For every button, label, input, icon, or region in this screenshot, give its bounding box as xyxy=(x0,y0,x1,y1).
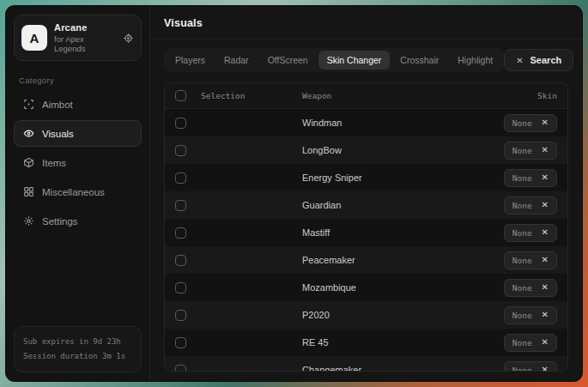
column-header-skin: Skin xyxy=(454,91,557,100)
package-icon xyxy=(22,157,34,168)
clear-skin-icon[interactable]: ✕ xyxy=(542,338,549,347)
row-checkbox[interactable] xyxy=(175,145,186,156)
row-checkbox[interactable] xyxy=(175,282,186,293)
sidebar: A Arcane for Apex Legends Category xyxy=(6,6,150,381)
tab-bar: Players Radar OffScreen Skin Changer Cro… xyxy=(164,48,504,72)
table-row: LongBow None ✕ xyxy=(165,136,567,164)
tab-offscreen[interactable]: OffScreen xyxy=(259,51,317,70)
sidebar-item-settings[interactable]: Settings xyxy=(14,208,142,234)
table-row: Guardian None ✕ xyxy=(165,191,567,219)
row-checkbox[interactable] xyxy=(175,337,186,348)
weapon-name: Mozambique xyxy=(302,282,454,293)
session-duration-text: Session duration 3m 1s xyxy=(23,349,132,364)
grid-icon xyxy=(22,186,34,197)
skin-value: None xyxy=(512,366,532,372)
sidebar-nav: Aimbot Visuals Items xyxy=(14,91,142,234)
clear-skin-icon[interactable]: ✕ xyxy=(542,146,549,154)
skin-value: None xyxy=(512,118,532,128)
clear-skin-icon[interactable]: ✕ xyxy=(542,118,549,127)
skin-value: None xyxy=(512,201,532,210)
skin-selector[interactable]: None ✕ xyxy=(504,334,557,352)
row-checkbox[interactable] xyxy=(175,227,186,239)
search-icon: ✕ xyxy=(516,56,523,65)
table-row: Peacemaker None ✕ xyxy=(165,246,567,274)
tab-skin-changer[interactable]: Skin Changer xyxy=(318,51,391,70)
app-subtitle: for Apex Legends xyxy=(54,34,116,53)
category-label: Category xyxy=(19,76,136,85)
tab-highlight[interactable]: Highlight xyxy=(449,51,501,70)
app-title: Arcane xyxy=(54,22,116,33)
app-logo-card: A Arcane for Apex Legends xyxy=(14,15,142,61)
sidebar-item-label: Visuals xyxy=(42,129,74,139)
clear-skin-icon[interactable]: ✕ xyxy=(542,366,549,372)
skin-selector[interactable]: None ✕ xyxy=(504,169,557,187)
table-row: Mozambique None ✕ xyxy=(165,274,567,301)
skin-selector[interactable]: None ✕ xyxy=(504,279,557,297)
sidebar-item-miscellaneous[interactable]: Miscellaneous xyxy=(14,178,142,205)
clear-skin-icon[interactable]: ✕ xyxy=(542,311,549,319)
select-all-checkbox[interactable] xyxy=(175,90,186,101)
eye-icon xyxy=(22,128,34,139)
sidebar-item-visuals[interactable]: Visuals xyxy=(14,120,142,147)
search-button-label: Search xyxy=(530,55,562,65)
weapon-name: Energy Sniper xyxy=(302,172,454,183)
table-row: Changemaker None ✕ xyxy=(165,356,567,372)
row-checkbox[interactable] xyxy=(175,172,186,184)
sidebar-item-label: Miscellaneous xyxy=(42,187,105,197)
column-header-selection: Selection xyxy=(201,91,302,100)
row-checkbox[interactable] xyxy=(175,118,186,129)
weapon-name: Mastiff xyxy=(302,227,454,238)
table-row: Windman None ✕ xyxy=(165,109,567,136)
clear-skin-icon[interactable]: ✕ xyxy=(542,256,549,264)
skin-value: None xyxy=(512,173,532,183)
column-header-weapon: Weapon xyxy=(302,91,454,100)
row-checkbox[interactable] xyxy=(175,365,186,372)
skin-selector[interactable]: None ✕ xyxy=(504,251,557,269)
skin-selector[interactable]: None ✕ xyxy=(504,142,557,160)
weapon-name: Windman xyxy=(302,118,454,128)
tab-players[interactable]: Players xyxy=(167,51,214,70)
skin-value: None xyxy=(512,228,532,238)
sub-expiry-text: Sub expires in 9d 23h xyxy=(23,335,132,349)
gear-icon[interactable] xyxy=(123,33,134,44)
sidebar-item-label: Aimbot xyxy=(42,100,73,110)
search-button[interactable]: ✕ Search xyxy=(504,49,573,71)
clear-skin-icon[interactable]: ✕ xyxy=(542,228,549,237)
page-title: Visuals xyxy=(164,17,568,29)
skin-value: None xyxy=(512,256,532,265)
skin-value: None xyxy=(512,338,532,348)
clear-skin-icon[interactable]: ✕ xyxy=(542,173,549,182)
skin-selector[interactable]: None ✕ xyxy=(504,361,557,372)
app-window: A Arcane for Apex Legends Category xyxy=(6,6,582,381)
skin-selector[interactable]: None ✕ xyxy=(504,197,557,215)
skin-value: None xyxy=(512,146,532,155)
weapon-name: Changemaker xyxy=(302,365,454,372)
weapon-name: LongBow xyxy=(302,145,454,155)
table-row: RE 45 None ✕ xyxy=(165,329,567,356)
tab-radar[interactable]: Radar xyxy=(215,51,258,70)
clear-skin-icon[interactable]: ✕ xyxy=(542,283,549,292)
weapon-name: P2020 xyxy=(302,310,454,320)
toolbar: Players Radar OffScreen Skin Changer Cro… xyxy=(150,39,582,72)
table-body: Windman None ✕ LongBow None ✕ xyxy=(165,109,567,372)
table-row: P2020 None ✕ xyxy=(165,301,567,329)
table-row: Energy Sniper None ✕ xyxy=(165,164,567,191)
crosshair-icon xyxy=(22,99,34,110)
weapon-name: Peacemaker xyxy=(302,255,454,265)
app-logo: A xyxy=(21,25,47,51)
sidebar-item-aimbot[interactable]: Aimbot xyxy=(14,91,142,118)
sidebar-item-label: Settings xyxy=(42,216,78,227)
main-panel: Visuals Players Radar OffScreen Skin Cha… xyxy=(150,6,582,381)
skin-table: Selection Weapon Skin Windman None ✕ Lon… xyxy=(164,82,568,372)
row-checkbox[interactable] xyxy=(175,200,186,211)
row-checkbox[interactable] xyxy=(175,310,186,321)
row-checkbox[interactable] xyxy=(175,255,186,266)
skin-selector[interactable]: None ✕ xyxy=(504,224,557,242)
skin-selector[interactable]: None ✕ xyxy=(504,114,557,132)
table-row: Mastiff None ✕ xyxy=(165,219,567,246)
clear-skin-icon[interactable]: ✕ xyxy=(542,201,549,209)
sidebar-item-items[interactable]: Items xyxy=(14,149,142,176)
skin-selector[interactable]: None ✕ xyxy=(504,306,557,324)
app-meta: Arcane for Apex Legends xyxy=(54,22,116,53)
tab-crosshair[interactable]: Crosshair xyxy=(391,51,447,70)
